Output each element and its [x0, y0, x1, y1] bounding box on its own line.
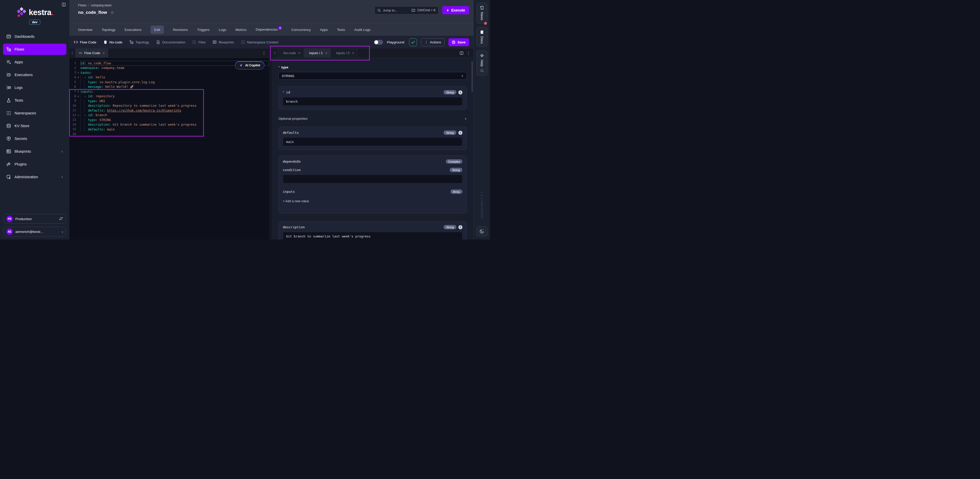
add-value-button[interactable]: + Add a new value	[283, 200, 463, 203]
optional-properties-toggle[interactable]: Optional properties ∨	[278, 117, 467, 121]
sidebar-item-tests[interactable]: Tests	[3, 95, 66, 106]
panel-scrollbar[interactable]	[472, 61, 473, 92]
sidebar-item-administration[interactable]: Administration›	[3, 171, 66, 182]
playground-toggle[interactable]	[374, 40, 383, 45]
sidebar-item-flows[interactable]: Flows	[3, 44, 66, 55]
description-input[interactable]: Git branch to summarize last week's prog…	[283, 232, 463, 240]
code-line-9[interactable]: 9type: URI	[69, 99, 269, 104]
breadcrumb-flows[interactable]: Flows	[78, 3, 86, 7]
code-line-11[interactable]: 11defaults: https://github.com/kestra-io…	[69, 108, 269, 113]
docs-button[interactable]: Docs	[476, 27, 487, 47]
code-line-10[interactable]: 10description: Repository to summarize l…	[69, 104, 269, 108]
tab-dependencies[interactable]: Dependencies0	[256, 27, 282, 32]
close-icon[interactable]: ×	[325, 51, 328, 55]
jump-to-search[interactable]: Jump to... Ctrl/Cmd + K	[375, 6, 438, 14]
dark-mode-toggle[interactable]	[476, 226, 487, 236]
sidebar-item-blueprints[interactable]: Blueprints›	[3, 146, 66, 157]
info-icon[interactable]: i	[458, 90, 463, 94]
kebab-icon[interactable]: ⋮	[262, 51, 266, 55]
tab-concurrency[interactable]: Concurrency	[291, 28, 311, 32]
actions-button[interactable]: ⋮ Actions	[421, 38, 445, 46]
fold-chevron-icon[interactable]: ∨	[76, 95, 80, 97]
user-menu[interactable]: AE aemerich@kestr... ›	[3, 227, 66, 236]
tab-topology[interactable]: Topology	[102, 28, 115, 32]
code-line-13[interactable]: 13type: STRING	[69, 117, 269, 122]
nocode-tab-inputs-0[interactable]: inputs / 0×	[331, 48, 358, 57]
tab-overview[interactable]: Overview	[78, 28, 92, 32]
fold-chevron-icon[interactable]: ∨	[76, 71, 80, 74]
code-line-4[interactable]: 4∨- id: hello	[69, 75, 269, 80]
close-icon[interactable]: ×	[352, 51, 354, 55]
sidebar-item-plugins[interactable]: Plugins	[3, 158, 66, 170]
code-line-12[interactable]: 12∨- id: branch	[69, 113, 269, 118]
code-line-6[interactable]: 6message: Hello World! 🚀	[69, 85, 269, 89]
close-icon[interactable]: ×	[103, 51, 105, 55]
nocode-tab-no-code[interactable]: No-code×	[278, 48, 304, 57]
tab-tests[interactable]: Tests	[337, 28, 345, 32]
tab-revisions[interactable]: Revisions	[173, 28, 188, 32]
fold-chevron-icon[interactable]: ∨	[76, 76, 80, 79]
toolbar-item-topology[interactable]: Topology	[129, 40, 149, 44]
indent-guide	[80, 113, 84, 118]
validation-check-button[interactable]	[409, 38, 417, 46]
tenant-switcher[interactable]: PR Production	[3, 214, 66, 224]
code-link[interactable]: https://github.com/kestra-io/blueprints	[107, 109, 181, 112]
drag-handle-icon[interactable]	[272, 48, 278, 57]
sidebar-item-dashboards[interactable]: Dashboards	[3, 31, 66, 42]
breadcrumb-namespace[interactable]: company.team	[91, 3, 111, 7]
code-line-7[interactable]: 7∨inputs:	[69, 89, 269, 94]
info-icon[interactable]: i	[458, 225, 463, 229]
fold-chevron-icon[interactable]: ∨	[76, 114, 80, 117]
tab-logs[interactable]: Logs	[219, 28, 226, 32]
nocode-tab-inputs-1[interactable]: inputs / 1×	[304, 48, 331, 57]
toolbar-item-label: Blueprints	[219, 40, 234, 44]
pane-divider[interactable]	[269, 48, 272, 240]
toolbar-item-namespace-context[interactable]: Namespace Context	[241, 40, 278, 44]
toolbar-item-blueprints[interactable]: Blueprints	[213, 40, 234, 44]
tab-apps[interactable]: Apps	[320, 28, 328, 32]
close-icon[interactable]: ×	[298, 51, 301, 55]
kebab-icon[interactable]: ⋮	[466, 51, 470, 55]
tab-audit-logs[interactable]: Audit Logs	[354, 28, 371, 32]
code-editor[interactable]: AI Copilot 1id: no_code_flow2namespace: …	[69, 58, 269, 240]
code-line-14[interactable]: 14description: Git branch to summarize l…	[69, 122, 269, 127]
sidebar-item-executions[interactable]: Executions	[3, 69, 66, 80]
toolbar-item-flow-code[interactable]: Flow Code	[74, 40, 97, 44]
help-button[interactable]: Help	[476, 50, 487, 75]
code-line-8[interactable]: 8∨- id: repository	[69, 94, 269, 99]
sidebar-item-kv-store[interactable]: KV Store	[3, 120, 66, 131]
code-line-15[interactable]: 15defaults: main	[69, 127, 269, 132]
toolbar-item-files[interactable]: Files	[192, 40, 206, 44]
execute-button[interactable]: Execute	[442, 6, 469, 14]
sidebar-item-apps[interactable]: Apps	[3, 56, 66, 68]
tab-metrics[interactable]: Metrics	[235, 28, 247, 32]
toolbar-item-no-code[interactable]: No-code	[103, 40, 123, 44]
code-line-5[interactable]: 5type: io.kestra.plugin.core.log.Log	[69, 80, 269, 85]
tab-edit[interactable]: Edit	[151, 26, 164, 34]
toolbar-item-documentation[interactable]: Documentation	[156, 40, 186, 44]
kestra-logo[interactable]: kestra.	[0, 8, 69, 18]
sidebar-item-secrets[interactable]: Secrets	[3, 133, 66, 144]
news-button[interactable]: News	[476, 3, 487, 24]
code-line-16[interactable]: 16	[69, 132, 269, 137]
tab-triggers[interactable]: Triggers	[197, 28, 210, 32]
id-input[interactable]: branch	[283, 97, 463, 106]
ai-copilot-button[interactable]: AI Copilot	[235, 61, 264, 69]
code-token: STRING	[100, 118, 111, 122]
save-button[interactable]: Save	[449, 38, 469, 46]
code-line-3[interactable]: 3∨tasks:	[69, 70, 269, 75]
sidebar-collapse-icon[interactable]	[62, 3, 66, 8]
type-select[interactable]: STRING ∨	[278, 72, 467, 80]
condition-input[interactable]	[283, 175, 463, 183]
tab-executions[interactable]: Executions	[124, 28, 142, 32]
info-icon[interactable]: i	[458, 131, 463, 135]
editor-tab-flow-code[interactable]: <> Flow Code ×	[76, 48, 108, 57]
split-panel-icon[interactable]	[460, 51, 463, 55]
defaults-input[interactable]: main	[283, 137, 463, 146]
favorite-star-icon[interactable]: ☆	[110, 10, 114, 15]
sidebar-item-namespaces[interactable]: Namespaces	[3, 107, 66, 119]
drag-handle-icon[interactable]	[69, 48, 76, 57]
sidebar-item-logs[interactable]: Logs	[3, 82, 66, 93]
fold-chevron-icon[interactable]: ∨	[76, 90, 80, 93]
moon-icon	[479, 229, 484, 234]
